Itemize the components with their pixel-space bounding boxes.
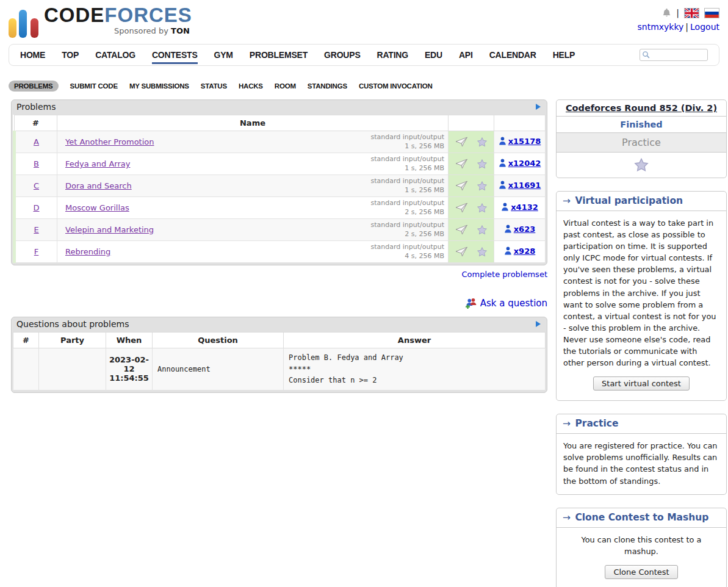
problem-name-link[interactable]: Velepin and Marketing bbox=[65, 225, 154, 234]
nav-item-rating[interactable]: RATING bbox=[377, 46, 408, 64]
codeforces-logo[interactable]: CODEFORCES Sponsored by TON bbox=[9, 5, 192, 39]
submit-plane-icon[interactable] bbox=[455, 181, 468, 191]
arrow-right-icon: → bbox=[563, 418, 571, 429]
problems-title: Problems bbox=[16, 102, 56, 112]
problem-name-link[interactable]: Yet Another Promotion bbox=[65, 137, 154, 146]
subnav-item-problems[interactable]: PROBLEMS bbox=[9, 81, 59, 92]
submit-plane-icon[interactable] bbox=[455, 159, 468, 169]
subnav-item-standings[interactable]: STANDINGS bbox=[308, 82, 347, 90]
problems-header-row: # Name bbox=[15, 115, 546, 131]
subnav-item-my-submissions[interactable]: MY SUBMISSIONS bbox=[129, 82, 189, 90]
nav-item-groups[interactable]: GROUPS bbox=[324, 46, 360, 64]
column-name: Name bbox=[57, 115, 449, 131]
header: CODEFORCES Sponsored by TON | sntmxykky|… bbox=[0, 0, 728, 39]
bell-icon[interactable] bbox=[662, 8, 671, 18]
contest-info-box: Codeforces Round 852 (Div. 2) Finished P… bbox=[556, 99, 727, 178]
complete-problemset-link[interactable]: Complete problemset bbox=[462, 270, 547, 279]
subnav-item-room[interactable]: ROOM bbox=[275, 82, 296, 90]
submit-plane-icon[interactable] bbox=[455, 247, 468, 257]
problem-letter-link[interactable]: B bbox=[34, 159, 39, 168]
submit-plane-icon[interactable] bbox=[455, 203, 468, 213]
problem-row-a: A Yet Another Promotion standard input/o… bbox=[15, 131, 546, 153]
contest-mode: Practice bbox=[557, 133, 726, 153]
problem-letter-link[interactable]: A bbox=[34, 137, 39, 146]
problem-limits: standard input/output1 s, 256 MB bbox=[370, 133, 444, 151]
search-icon bbox=[642, 51, 651, 59]
problem-row-b: B Fedya and Array standard input/output1… bbox=[15, 153, 546, 175]
nav-item-calendar[interactable]: CALENDAR bbox=[489, 46, 536, 64]
problem-name-link[interactable]: Rebrending bbox=[65, 247, 110, 256]
problem-limits: standard input/output1 s, 256 MB bbox=[370, 177, 444, 195]
submit-plane-icon[interactable] bbox=[455, 137, 468, 147]
ask-question-link[interactable]: Ask a question bbox=[480, 298, 547, 309]
brand-name: CODEFORCES bbox=[44, 5, 192, 25]
practice-text: You are registered for practice. You can… bbox=[563, 440, 719, 486]
problem-letter-link[interactable]: C bbox=[34, 181, 39, 190]
nav-item-home[interactable]: HOME bbox=[20, 46, 45, 64]
username-link[interactable]: sntmxykky bbox=[637, 22, 683, 32]
subnav-item-custom-invocation[interactable]: CUSTOM INVOCATION bbox=[359, 82, 433, 90]
main-nav: HOME TOP CATALOG CONTESTS GYM PROBLEMSET… bbox=[9, 44, 719, 66]
logout-link[interactable]: Logout bbox=[690, 22, 719, 32]
subnav-item-hacks[interactable]: HACKS bbox=[239, 82, 263, 90]
solved-count-link[interactable]: x15178 bbox=[499, 137, 541, 146]
virtual-participation-text: Virtual contest is a way to take part in… bbox=[563, 217, 719, 369]
question-answer: Problem B. Fedya and Array ***** Conside… bbox=[284, 348, 546, 391]
solved-count-link[interactable]: x11691 bbox=[499, 181, 541, 190]
subnav-item-status[interactable]: STATUS bbox=[201, 82, 227, 90]
separator: | bbox=[676, 8, 679, 18]
contest-sub-nav: PROBLEMS SUBMIT CODE MY SUBMISSIONS STAT… bbox=[9, 81, 719, 92]
nav-item-catalog[interactable]: CATALOG bbox=[95, 46, 135, 64]
favorite-star-icon[interactable] bbox=[477, 203, 488, 214]
submit-plane-icon[interactable] bbox=[455, 225, 468, 235]
nav-item-problemset[interactable]: PROBLEMSET bbox=[250, 46, 308, 64]
favorite-star-icon[interactable] bbox=[477, 137, 488, 148]
search-box bbox=[640, 49, 708, 61]
solved-count-link[interactable]: x12042 bbox=[499, 159, 541, 168]
contest-title-link[interactable]: Codeforces Round 852 (Div. 2) bbox=[566, 103, 717, 113]
problem-letter-link[interactable]: D bbox=[33, 203, 39, 212]
problem-letter-link[interactable]: E bbox=[34, 225, 38, 234]
column-party: Party bbox=[39, 333, 106, 348]
flag-ru-icon[interactable] bbox=[704, 8, 719, 18]
subnav-item-submit-code[interactable]: SUBMIT CODE bbox=[70, 82, 118, 90]
problem-limits: standard input/output2 s, 256 MB bbox=[370, 199, 444, 217]
nav-item-top[interactable]: TOP bbox=[62, 46, 79, 64]
column-actions bbox=[449, 115, 494, 131]
flag-en-icon[interactable] bbox=[684, 8, 699, 18]
problem-limits: standard input/output2 s, 256 MB bbox=[370, 221, 444, 239]
favorite-star-icon[interactable] bbox=[557, 153, 726, 178]
column-answer: Answer bbox=[284, 333, 546, 348]
expand-arrow-icon[interactable] bbox=[536, 104, 541, 110]
questions-table: # Party When Question Answer 2023-02-12 … bbox=[13, 332, 546, 391]
nav-item-api[interactable]: API bbox=[459, 46, 473, 64]
nav-item-gym[interactable]: GYM bbox=[214, 46, 233, 64]
column-when: When bbox=[106, 333, 153, 348]
solved-count-link[interactable]: x4132 bbox=[501, 203, 538, 212]
problem-letter-link[interactable]: F bbox=[34, 247, 38, 256]
question-when: 2023-02-12 11:54:55 bbox=[106, 348, 153, 391]
expand-arrow-icon[interactable] bbox=[536, 321, 541, 327]
favorite-star-icon[interactable] bbox=[477, 181, 488, 192]
nav-item-contests[interactable]: CONTESTS bbox=[152, 46, 198, 64]
clone-contest-text: You can clone this contest to a mashup. bbox=[563, 534, 719, 557]
column-solved bbox=[494, 115, 546, 131]
start-virtual-contest-button[interactable]: Start virtual contest bbox=[593, 376, 690, 391]
favorite-star-icon[interactable] bbox=[477, 247, 488, 257]
favorite-star-icon[interactable] bbox=[477, 159, 488, 170]
questions-box: Questions about problems # Party When Qu… bbox=[11, 317, 547, 393]
column-question: Question bbox=[153, 333, 284, 348]
problem-name-link[interactable]: Fedya and Array bbox=[65, 159, 130, 168]
nav-item-edu[interactable]: EDU bbox=[425, 46, 442, 64]
clone-contest-button[interactable]: Clone Contest bbox=[605, 565, 677, 579]
favorite-star-icon[interactable] bbox=[477, 225, 488, 236]
nav-item-help[interactable]: HELP bbox=[553, 46, 575, 64]
solved-count-link[interactable]: x928 bbox=[504, 247, 536, 256]
problem-name-link[interactable]: Moscow Gorillas bbox=[65, 203, 129, 212]
column-index: # bbox=[13, 333, 39, 348]
problem-row-f: F Rebrending standard input/output4 s, 2… bbox=[15, 241, 546, 263]
problem-name-link[interactable]: Dora and Search bbox=[65, 181, 132, 190]
solved-count-link[interactable]: x623 bbox=[504, 225, 536, 234]
column-index: # bbox=[15, 115, 57, 131]
separator: | bbox=[685, 22, 688, 32]
